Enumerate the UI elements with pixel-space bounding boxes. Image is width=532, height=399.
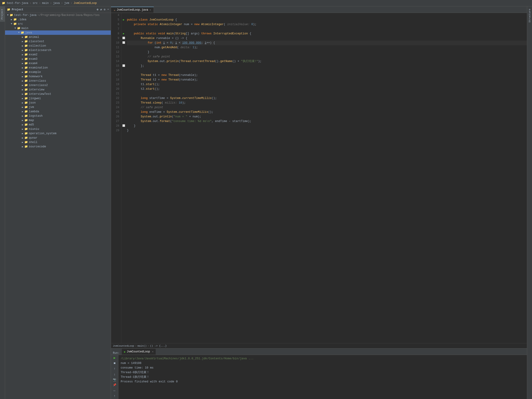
line-num-26: 26 xyxy=(111,114,119,119)
tree-name-logstash: logstash xyxy=(29,114,43,118)
tree-item-logstash[interactable]: ▶ 📁 logstash xyxy=(5,114,111,118)
breadcrumb-class: JvmCountedLoop xyxy=(73,2,97,5)
tab-close-button[interactable]: ✕ xyxy=(149,8,151,11)
tree-item-jvm[interactable]: ▶ 📁 jvm xyxy=(5,105,111,109)
gutter-cell-28[interactable]: ⬜ xyxy=(121,124,126,128)
tree-name-collection: collection xyxy=(29,44,46,47)
tree-main[interactable]: ▼ 📁 main xyxy=(5,26,111,30)
gutter-cell-9[interactable]: ⬜ xyxy=(121,36,126,41)
tree-item-sourcecode[interactable]: ▶ 📁 sourcecode xyxy=(5,144,111,149)
breadcrumb-method: main() xyxy=(138,345,147,347)
folder-icon-example: 📁 xyxy=(25,70,28,74)
editor-area: ☕ JvmCountedLoop.java ✕ 4567891011121314… xyxy=(111,7,527,399)
tree-item-lambda[interactable]: ▶ 📁 lambda xyxy=(5,109,111,114)
project-header: 📁 Project ⊕ ⇄ ⚙ − xyxy=(5,7,111,13)
tree-main-name: main xyxy=(21,27,28,30)
run-minus-button[interactable]: ← xyxy=(112,389,117,393)
tree-item-innerclass2[interactable]: ▶ 📁 innerclass2 xyxy=(5,83,111,87)
sync-icon[interactable]: ⇄ xyxy=(100,8,102,11)
gutter-cell-5[interactable]: ▶ xyxy=(121,18,126,22)
line-num-18: 18 xyxy=(111,78,119,82)
globe-icon[interactable]: ⊕ xyxy=(97,8,98,11)
folder-icon-jvm: 📁 xyxy=(25,105,28,109)
tree-item-json[interactable]: ▶ 📁 json xyxy=(5,101,111,105)
project-header-icons: ⊕ ⇄ ⚙ − xyxy=(97,8,109,11)
tree-arrow-jvm: ▶ xyxy=(21,106,25,109)
folder-icon-operation_system: 📁 xyxy=(25,132,28,135)
run-stop-button[interactable]: ■ xyxy=(112,361,117,366)
structure-tab[interactable]: Structure xyxy=(528,7,532,25)
tree-name-interviewTest: interviewTest xyxy=(29,92,51,96)
gutter-cell-15[interactable]: ⬜ xyxy=(121,64,126,68)
tree-item-classtest[interactable]: ▶ 📁 classtest xyxy=(5,39,111,44)
gutter-cell-26 xyxy=(121,114,126,119)
folder-icon-collection: 📁 xyxy=(25,44,28,47)
code-line-27: System.out.format("consume time: %d ms\n… xyxy=(127,119,527,124)
tree-root[interactable]: ▼ 📁 test-for-java ~/Programming/Backend/… xyxy=(5,13,111,17)
run-scroll-down[interactable]: ↓ xyxy=(112,372,117,376)
tree-arrow-exam2: ▶ xyxy=(21,53,25,56)
output-line-1: num = 149108 xyxy=(121,361,525,366)
line-num-14: 14 xyxy=(111,59,119,64)
breadcrumb-jvm: jvm xyxy=(64,2,69,5)
tree-item-innerclass[interactable]: ▶ 📁 innerclass xyxy=(5,79,111,83)
folder-icon-elasticsearch: 📁 xyxy=(25,48,28,52)
run-tab-close[interactable]: ✕ xyxy=(152,350,153,353)
tree-item-exam2[interactable]: ▶ 📁 exam2 xyxy=(5,52,111,57)
folder-icon-java: 📁 xyxy=(21,31,24,34)
minimize-icon[interactable]: − xyxy=(107,8,109,11)
tree-item-exam3[interactable]: ▶ 📁 exam3 xyxy=(5,57,111,61)
project-tab[interactable]: Project xyxy=(0,7,5,22)
tree-item-collection[interactable]: ▶ 📁 collection xyxy=(5,44,111,48)
run-pin-button[interactable]: 📌 xyxy=(112,383,117,387)
code-line-4 xyxy=(127,13,527,18)
tree-name-jingwei: jingwei xyxy=(29,97,41,100)
tree-item-md5[interactable]: ▶ 📁 md5 xyxy=(5,123,111,127)
tree-item-niuniu[interactable]: ▶ 📁 niuniu xyxy=(5,127,111,131)
tree-arrow-idea: ▶ xyxy=(10,18,13,21)
tree-java[interactable]: ▼ 📁 java xyxy=(5,30,111,35)
run-play-button[interactable]: ▶ xyxy=(112,356,117,360)
tree-item-examination[interactable]: ▶ 📁 examination xyxy=(5,65,111,70)
tree-arrow-sourcecode: ▶ xyxy=(21,145,25,148)
tree-arrow-homework: ▶ xyxy=(21,75,25,78)
tree-item-qunar[interactable]: ▶ 📁 qunar xyxy=(5,136,111,140)
tree-item-shell[interactable]: ▶ 📁 shell xyxy=(5,140,111,144)
tree-arrow-json: ▶ xyxy=(21,101,25,104)
gutter-cell-10[interactable]: ⬜ xyxy=(121,41,126,45)
tree-item-map[interactable]: ▶ 📁 map xyxy=(5,118,111,123)
tree-arrow-shell: ▶ xyxy=(21,141,25,144)
run-scroll-up[interactable]: ↑ xyxy=(112,367,117,371)
code-content[interactable]: public class JvmCountedLoop { private st… xyxy=(126,13,527,343)
tree-item-example[interactable]: ▶ 📁 example xyxy=(5,70,111,74)
gutter-cell-8[interactable]: ▶ xyxy=(121,31,126,36)
tree-item-exam4[interactable]: ▶ 📁 exam4 xyxy=(5,61,111,65)
tree-item-jingwei[interactable]: ▶ 📁 jingwei xyxy=(5,96,111,101)
tree-item-elasticsearch[interactable]: ▶ 📁 elasticsearch xyxy=(5,48,111,52)
line-num-6: 6 xyxy=(111,22,119,27)
editor-tab-main[interactable]: ☕ JvmCountedLoop.java ✕ xyxy=(111,7,154,13)
run-screenshot-button[interactable]: 📷 xyxy=(112,378,117,382)
run-up2-button[interactable]: ↑ xyxy=(112,394,117,398)
line-num-11: 11 xyxy=(111,45,119,50)
tree-name-map: map xyxy=(29,119,34,122)
editor-tabs: ☕ JvmCountedLoop.java ✕ xyxy=(111,7,527,13)
tree-arrow-examination: ▶ xyxy=(21,66,25,69)
gutter: ▶▶⬜⬜⬜⬜ xyxy=(121,13,126,343)
tree-name-animal: animal xyxy=(29,36,39,39)
line-num-13: 13 xyxy=(111,54,119,59)
run-tab-main[interactable]: ▶ JvmCountedLoop ✕ xyxy=(122,349,156,355)
tree-src[interactable]: ▼ 📁 src xyxy=(5,22,111,26)
tree-arrow-interview: ▶ xyxy=(21,88,25,91)
output-line-3: Thread-0执行结束！ xyxy=(121,370,525,375)
tree-item-animal[interactable]: ▶ 📁 animal xyxy=(5,35,111,39)
tree-item-interview[interactable]: ▶ 📁 interview xyxy=(5,87,111,92)
run-label: Run: xyxy=(113,352,121,355)
tree-item-operation_system[interactable]: ▶ 📁 operation_system xyxy=(5,131,111,136)
tree-item-interviewTest[interactable]: ▶ 📁 interviewTest xyxy=(5,92,111,96)
run-tabs: Run: ▶ JvmCountedLoop ✕ xyxy=(111,348,527,355)
tree-idea[interactable]: ▶ 📁 .idea xyxy=(5,17,111,22)
code-line-15: }; xyxy=(127,64,527,68)
tree-item-homework[interactable]: ▶ 📁 homework xyxy=(5,74,111,79)
settings-icon[interactable]: ⚙ xyxy=(104,8,106,11)
